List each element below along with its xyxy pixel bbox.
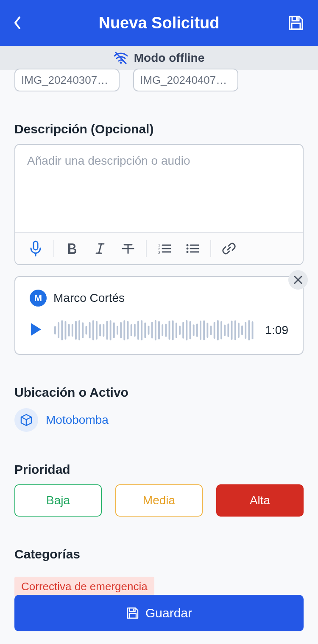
audio-author-name: Marco Cortés xyxy=(53,291,125,305)
svg-rect-47 xyxy=(120,322,122,339)
wifi-off-icon xyxy=(114,52,128,64)
attachment-chip[interactable]: IMG_20240407… xyxy=(133,69,238,91)
svg-rect-58 xyxy=(158,321,160,339)
svg-rect-59 xyxy=(162,324,163,336)
link-icon xyxy=(222,242,236,255)
svg-rect-76 xyxy=(220,321,222,340)
ordered-list-button[interactable]: 123 xyxy=(152,237,177,260)
svg-rect-43 xyxy=(106,321,108,340)
svg-rect-45 xyxy=(113,322,115,338)
svg-rect-62 xyxy=(172,320,174,340)
svg-rect-32 xyxy=(68,324,70,336)
svg-rect-71 xyxy=(203,320,205,340)
svg-rect-80 xyxy=(234,321,236,340)
save-button-label: Guardar xyxy=(145,606,192,620)
save-icon xyxy=(287,14,304,31)
description-placeholder: Añadir una descripción o audio xyxy=(27,154,190,167)
toolbar-divider xyxy=(210,240,211,257)
ordered-list-icon: 123 xyxy=(158,243,171,254)
avatar: M xyxy=(30,290,47,307)
header-save-button[interactable] xyxy=(287,14,304,31)
svg-rect-73 xyxy=(210,326,212,335)
back-button[interactable] xyxy=(14,17,31,29)
svg-line-9 xyxy=(99,244,101,253)
svg-rect-85 xyxy=(252,321,254,340)
svg-rect-52 xyxy=(137,321,139,340)
description-textarea[interactable]: Añadir una descripción o audio xyxy=(15,145,303,232)
svg-rect-87 xyxy=(130,608,135,611)
audio-attachment-card: M Marco Cortés 1:09 xyxy=(14,276,304,355)
microphone-icon xyxy=(29,240,42,257)
attachment-chip[interactable]: IMG_20240307… xyxy=(14,69,120,91)
category-chip[interactable]: Correctiva de emergencia xyxy=(14,577,154,597)
svg-point-3 xyxy=(120,62,122,64)
priority-medium-button[interactable]: Media xyxy=(115,484,203,517)
save-button[interactable]: Guardar xyxy=(14,595,304,631)
bullet-list-button[interactable] xyxy=(180,237,205,260)
svg-rect-78 xyxy=(227,323,229,337)
toolbar-divider xyxy=(53,240,54,257)
svg-rect-1 xyxy=(296,17,298,20)
svg-point-20 xyxy=(187,244,189,246)
svg-rect-5 xyxy=(33,241,38,250)
svg-rect-49 xyxy=(127,321,129,340)
svg-rect-28 xyxy=(54,326,56,334)
description-editor: Añadir una descripción o audio xyxy=(14,144,304,265)
play-audio-button[interactable] xyxy=(30,322,42,338)
svg-rect-77 xyxy=(224,324,226,336)
audio-author: M Marco Cortés xyxy=(30,290,288,307)
page-title: Nueva Solicitud xyxy=(31,14,287,32)
offline-mode-banner: Modo offline xyxy=(0,46,318,70)
editor-toolbar: 123 xyxy=(15,232,303,264)
svg-rect-36 xyxy=(82,322,84,338)
svg-rect-44 xyxy=(110,320,112,340)
attachment-list: IMG_20240307… IMG_20240407… xyxy=(14,69,304,91)
svg-rect-30 xyxy=(61,320,63,340)
svg-rect-50 xyxy=(131,324,132,336)
svg-rect-69 xyxy=(196,323,198,337)
asset-name: Motobomba xyxy=(46,413,109,427)
priority-low-button[interactable]: Baja xyxy=(14,484,102,517)
svg-rect-66 xyxy=(186,320,187,340)
toolbar-divider xyxy=(146,240,147,257)
svg-point-21 xyxy=(187,248,189,250)
categories-section-label: Categorías xyxy=(14,547,304,561)
play-icon xyxy=(30,322,42,337)
svg-rect-29 xyxy=(58,322,59,338)
svg-rect-64 xyxy=(179,326,181,335)
svg-rect-68 xyxy=(193,324,195,336)
svg-rect-61 xyxy=(169,321,170,340)
svg-rect-54 xyxy=(144,323,146,338)
svg-rect-81 xyxy=(238,323,240,338)
priority-section-label: Prioridad xyxy=(14,462,304,477)
svg-rect-72 xyxy=(206,323,208,338)
svg-rect-70 xyxy=(200,321,201,340)
cube-icon xyxy=(20,413,33,427)
bold-icon xyxy=(67,242,78,255)
bold-button[interactable] xyxy=(59,237,85,260)
remove-audio-button[interactable] xyxy=(288,270,308,290)
svg-rect-37 xyxy=(86,326,87,334)
svg-rect-65 xyxy=(182,322,184,338)
description-section-label: Descripción (Opcional) xyxy=(14,122,304,136)
priority-high-button[interactable]: Alta xyxy=(216,484,304,517)
app-header: Nueva Solicitud xyxy=(0,0,318,46)
offline-label: Modo offline xyxy=(134,51,204,65)
italic-button[interactable] xyxy=(87,237,113,260)
audio-duration: 1:09 xyxy=(265,323,289,337)
svg-text:3: 3 xyxy=(158,251,160,254)
svg-rect-46 xyxy=(117,326,118,335)
audio-waveform[interactable] xyxy=(54,318,254,343)
svg-rect-53 xyxy=(141,320,142,340)
italic-icon xyxy=(95,242,105,255)
priority-selector: Baja Media Alta xyxy=(14,484,304,517)
link-button[interactable] xyxy=(216,237,242,260)
close-icon xyxy=(293,275,303,285)
svg-rect-39 xyxy=(92,320,94,340)
svg-rect-67 xyxy=(190,321,191,339)
svg-rect-60 xyxy=(165,323,167,337)
asset-selector[interactable]: Motobomba xyxy=(14,408,304,432)
strikethrough-button[interactable] xyxy=(115,237,141,260)
microphone-button[interactable] xyxy=(23,237,48,260)
svg-rect-40 xyxy=(96,321,98,340)
